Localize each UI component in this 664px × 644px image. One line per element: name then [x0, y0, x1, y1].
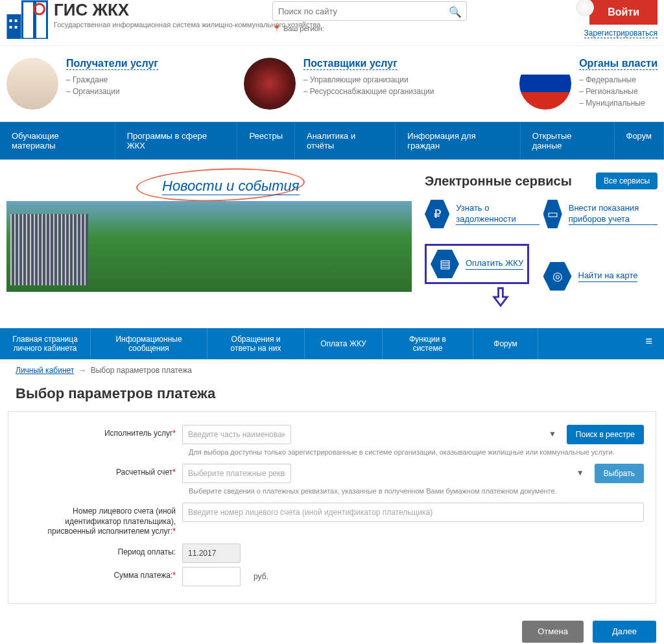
ruble-icon: ₽	[425, 200, 449, 228]
svg-rect-1	[23, 1, 34, 39]
nav-item[interactable]: Форум	[615, 122, 665, 160]
cancel-button[interactable]: Отмена	[522, 621, 584, 643]
service-item-map[interactable]: ◎ Найти на карте	[543, 244, 658, 309]
sum-unit: руб.	[254, 572, 268, 581]
svg-rect-0	[7, 14, 21, 39]
nav-item[interactable]: Информация для граждан	[396, 122, 520, 160]
account-input[interactable]	[182, 464, 291, 483]
provider-input[interactable]	[182, 425, 291, 444]
role-card-providers: Поставщики услуг – Управляющие организац…	[244, 58, 434, 110]
services-heading: Электронные сервисы	[425, 174, 572, 189]
login-button[interactable]: Войти	[589, 0, 658, 25]
service-link[interactable]: Оплатить ЖКУ	[466, 258, 523, 270]
ls-input[interactable]	[182, 503, 644, 522]
nav-item[interactable]: Реестры	[237, 122, 295, 160]
role-sub-item: – Муниципальные	[579, 97, 658, 109]
login-area: Войти Зарегистрироваться	[584, 0, 658, 38]
nav-item[interactable]: Обучающие материалы	[0, 122, 115, 160]
breadcrumb: Личный кабинет → Выбор параметров платеж…	[0, 359, 664, 381]
nav2-item-messages[interactable]: Информационные сообщения	[91, 328, 208, 359]
pin-icon: 📍	[272, 25, 281, 32]
role-card-consumers: Получатели услуг – Граждане – Организаци…	[6, 58, 158, 110]
region-label: 📍Ваш регион:	[272, 25, 467, 33]
account-label: Расчетный счет*	[20, 464, 182, 478]
wallet-icon: ▤	[431, 250, 459, 278]
role-image-flag	[519, 58, 571, 110]
service-item-meter[interactable]: ▭ Внести показания приборов учета	[543, 200, 658, 228]
ls-label: Номер лицевого счета (иной идентификатор…	[20, 503, 182, 537]
account-hint: Выберите сведения о платежных реквизитах…	[189, 487, 644, 495]
chevron-down-icon[interactable]: ▼	[576, 468, 584, 477]
role-sub-item: – Региональные	[579, 86, 658, 97]
role-card-authorities: Органы власти – Федеральные – Региональн…	[519, 58, 658, 110]
middle-section: Новости и события Электронные сервисы Вс…	[0, 160, 664, 328]
form-actions: Отмена Далее	[0, 604, 664, 644]
svg-rect-2	[36, 1, 47, 39]
highlight-box: ▤ Оплатить ЖКУ	[425, 244, 529, 284]
role-sub-item: – Управляющие организации	[303, 74, 434, 86]
breadcrumb-root[interactable]: Личный кабинет	[16, 366, 74, 375]
nav-item[interactable]: Открытые данные	[521, 122, 615, 160]
service-link[interactable]: Внести показания приборов учета	[569, 203, 658, 226]
account-nav: Главная страница личного кабинета Информ…	[0, 328, 664, 359]
all-services-button[interactable]: Все сервисы	[596, 173, 658, 189]
sum-input[interactable]	[182, 567, 241, 586]
region-text: Ваш регион:	[283, 25, 324, 32]
chevron-down-icon[interactable]: ▼	[549, 429, 556, 438]
provider-label: Исполнитель услуг*	[20, 425, 182, 439]
news-hero-image	[6, 201, 412, 292]
news-link[interactable]: Новости и события	[162, 178, 300, 195]
nav-item[interactable]: Программы в сфере ЖКХ	[115, 122, 238, 160]
next-button[interactable]: Далее	[593, 621, 656, 643]
nav2-item-functions[interactable]: Функции в системе	[383, 328, 473, 359]
payment-form: Исполнитель услуг* ▼ Поиск в реестре Для…	[8, 411, 656, 604]
period-label: Период оплаты:	[20, 543, 182, 558]
search-area: 🔍 📍Ваш регион:	[272, 1, 467, 33]
role-link-providers[interactable]: Поставщики услуг	[303, 58, 397, 70]
site-search-input[interactable]	[272, 1, 467, 21]
service-link[interactable]: Найти на карте	[578, 270, 638, 282]
role-image-people	[6, 58, 58, 110]
service-item-pay[interactable]: ▤ Оплатить ЖКУ	[431, 250, 523, 278]
role-link-consumers[interactable]: Получатели услуг	[66, 58, 158, 70]
svg-rect-5	[10, 26, 12, 29]
roles-row: Получатели услуг – Граждане – Организаци…	[0, 45, 664, 122]
nav2-item-home[interactable]: Главная страница личного кабинета	[0, 328, 91, 359]
news-column: Новости и события	[6, 173, 412, 309]
register-link[interactable]: Зарегистрироваться	[584, 29, 658, 38]
nav2-item-appeals[interactable]: Обращения и ответы на них	[208, 328, 305, 359]
logo-icon	[6, 0, 49, 39]
service-item-debt[interactable]: ₽ Узнать о задолженности	[425, 200, 540, 228]
pin-circle-icon: ◎	[543, 262, 572, 291]
provider-hint: Для выбора доступны только зарегистриров…	[189, 448, 644, 456]
nav2-item-payment[interactable]: Оплата ЖКУ	[305, 328, 383, 359]
arrow-down-icon	[490, 287, 512, 309]
sum-label: Сумма платежа:*	[20, 567, 182, 581]
role-image-pipe	[244, 58, 296, 110]
breadcrumb-sep: →	[78, 366, 86, 375]
breadcrumb-current: Выбор параметров платежа	[91, 366, 192, 375]
meter-icon: ▭	[543, 200, 562, 228]
role-link-authorities[interactable]: Органы власти	[579, 58, 658, 70]
role-sub-item: – Федеральные	[579, 74, 658, 86]
svg-rect-6	[15, 26, 18, 29]
role-sub-item: – Организации	[66, 86, 158, 97]
search-registry-button[interactable]: Поиск в реестре	[567, 425, 644, 444]
nav-item[interactable]: Аналитика и отчёты	[295, 122, 396, 160]
nav2-item-forum[interactable]: Форум	[473, 328, 538, 359]
role-sub-item: – Граждане	[66, 74, 158, 86]
svg-rect-3	[10, 19, 12, 22]
services-column: Электронные сервисы Все сервисы ₽ Узнать…	[425, 173, 658, 309]
page-title: Выбор параметров платежа	[0, 381, 664, 411]
role-sub-item: – Ресурсоснабжающие организации	[303, 86, 434, 97]
hamburger-icon[interactable]: ≡	[634, 328, 664, 359]
svg-rect-4	[15, 19, 18, 22]
site-header: ГИС ЖКХ Государственная информационная с…	[0, 0, 664, 45]
main-nav: Обучающие материалы Программы в сфере ЖК…	[0, 122, 664, 160]
period-input	[182, 543, 241, 563]
search-icon[interactable]: 🔍	[449, 6, 462, 18]
service-link[interactable]: Узнать о задолженности	[456, 203, 539, 226]
select-account-button[interactable]: Выбрать	[595, 464, 644, 483]
